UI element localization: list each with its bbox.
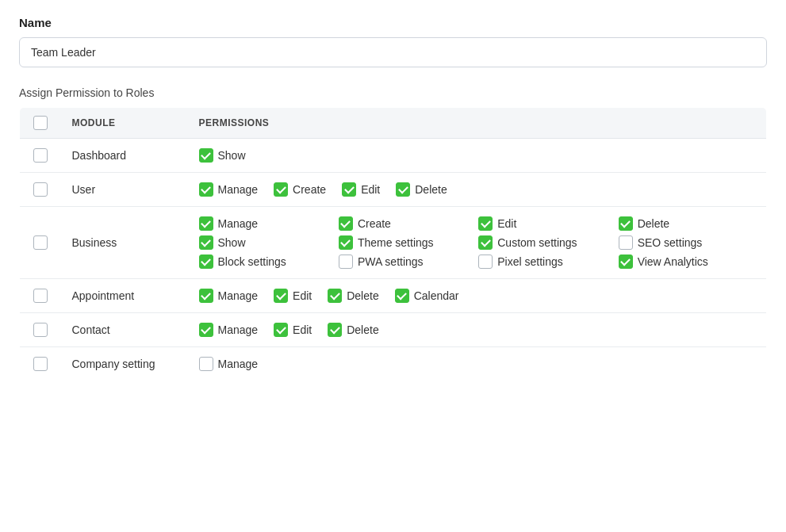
permissions-cell: ManageEditDelete <box>188 313 767 347</box>
module-name: Business <box>61 207 188 279</box>
permission-item: Calendar <box>395 289 459 303</box>
permission-label: Delete <box>347 323 378 336</box>
permission-item: Custom settings <box>478 235 615 250</box>
permissions-cell: ManageCreateEditDeleteShowTheme settings… <box>188 207 767 279</box>
module-name: User <box>61 173 188 207</box>
perm-checkbox-create[interactable] <box>274 182 288 197</box>
perm-checkbox-block-settings[interactable] <box>199 255 213 269</box>
row-checkbox-cell <box>20 313 61 347</box>
permission-label: Edit <box>293 289 312 302</box>
permissions-cell: ManageCreateEditDelete <box>188 173 767 207</box>
permission-item: Delete <box>328 289 378 303</box>
permission-label: Manage <box>218 323 259 336</box>
permission-label: Show <box>218 149 246 162</box>
perm-checkbox-manage[interactable] <box>199 289 213 303</box>
permission-label: Block settings <box>218 255 286 268</box>
permission-label: Create <box>293 183 326 196</box>
perm-checkbox-seo-settings[interactable] <box>619 235 633 250</box>
perm-checkbox-theme-settings[interactable] <box>339 235 353 250</box>
perm-checkbox-custom-settings[interactable] <box>478 235 493 250</box>
perm-checkbox-edit[interactable] <box>342 182 356 197</box>
row-checkbox-cell <box>20 279 61 313</box>
perm-checkbox-pwa-settings[interactable] <box>339 255 353 269</box>
permission-label: Edit <box>293 323 312 336</box>
permission-item: Create <box>339 216 475 231</box>
permission-label: Create <box>358 217 391 230</box>
perm-checkbox-delete[interactable] <box>619 216 633 231</box>
header-select-all <box>20 108 61 139</box>
perm-checkbox-manage[interactable] <box>199 357 213 371</box>
select-all-checkbox[interactable] <box>33 116 48 130</box>
section-label: Assign Permission to Roles <box>19 86 767 99</box>
permission-label: PWA settings <box>358 255 424 268</box>
permissions-cell: ManageEditDeleteCalendar <box>188 279 767 313</box>
checkbox-company-setting[interactable] <box>33 357 48 371</box>
col-module: MODULE <box>61 108 188 139</box>
module-name: Dashboard <box>61 139 188 173</box>
permission-item: Edit <box>274 289 312 303</box>
permission-item: Manage <box>199 289 259 303</box>
permission-label: SEO settings <box>638 236 703 249</box>
perm-checkbox-delete[interactable] <box>396 182 410 197</box>
name-label: Name <box>19 16 767 29</box>
permission-label: Theme settings <box>358 236 434 249</box>
permission-item: Delete <box>396 182 447 197</box>
permission-item: Edit <box>342 182 380 197</box>
perm-checkbox-delete[interactable] <box>328 323 342 337</box>
permission-label: Delete <box>415 183 447 196</box>
permission-item: View Analytics <box>619 255 755 269</box>
checkbox-contact[interactable] <box>33 323 48 337</box>
table-row: AppointmentManageEditDeleteCalendar <box>20 279 767 313</box>
checkbox-user[interactable] <box>33 182 48 197</box>
permission-label: Delete <box>638 217 669 230</box>
perm-checkbox-show[interactable] <box>199 235 213 250</box>
permissions-table: MODULE PERMISSIONS DashboardShowUserMana… <box>19 107 767 381</box>
row-checkbox-cell <box>20 173 61 207</box>
permission-item: Pixel settings <box>478 255 615 269</box>
table-row: UserManageCreateEditDelete <box>20 173 767 207</box>
checkbox-dashboard[interactable] <box>33 148 48 163</box>
perm-checkbox-manage[interactable] <box>199 323 213 337</box>
permission-item: Create <box>274 182 326 197</box>
perm-checkbox-manage[interactable] <box>199 182 213 197</box>
checkbox-business[interactable] <box>33 235 48 250</box>
perm-checkbox-manage[interactable] <box>199 216 213 231</box>
permission-item: Block settings <box>199 255 335 269</box>
row-checkbox-cell <box>20 139 61 173</box>
perm-checkbox-show[interactable] <box>199 148 213 163</box>
perm-checkbox-view-analytics[interactable] <box>619 255 633 269</box>
permission-label: Edit <box>361 183 380 196</box>
perm-checkbox-create[interactable] <box>339 216 353 231</box>
perm-checkbox-edit[interactable] <box>274 289 288 303</box>
permission-label: Manage <box>218 358 259 370</box>
permission-item: Theme settings <box>339 235 475 250</box>
permission-label: Pixel settings <box>497 255 562 268</box>
module-name: Company setting <box>61 347 188 381</box>
permission-label: Manage <box>218 217 259 230</box>
permission-item: Manage <box>199 182 259 197</box>
perm-checkbox-edit[interactable] <box>274 323 288 337</box>
permission-label: Manage <box>218 289 259 302</box>
permissions-cell: Manage <box>188 347 767 381</box>
row-checkbox-cell <box>20 347 61 381</box>
permission-item: Manage <box>199 323 259 337</box>
perm-checkbox-edit[interactable] <box>478 216 493 231</box>
permission-label: Calendar <box>414 289 459 302</box>
permission-label: View Analytics <box>638 255 708 268</box>
permission-item: Edit <box>274 323 312 337</box>
permission-item: Edit <box>478 216 615 231</box>
permission-item: Manage <box>199 216 335 231</box>
perm-checkbox-delete[interactable] <box>328 289 342 303</box>
table-row: BusinessManageCreateEditDeleteShowTheme … <box>20 207 767 279</box>
perm-checkbox-calendar[interactable] <box>395 289 409 303</box>
perm-checkbox-pixel-settings[interactable] <box>478 255 493 269</box>
permission-item: Show <box>199 235 335 250</box>
permission-item: Delete <box>619 216 755 231</box>
permission-item: SEO settings <box>619 235 755 250</box>
checkbox-appointment[interactable] <box>33 289 48 303</box>
row-checkbox-cell <box>20 207 61 279</box>
name-input[interactable] <box>19 37 767 67</box>
permission-item: Show <box>199 148 246 163</box>
module-name: Contact <box>61 313 188 347</box>
module-name: Appointment <box>61 279 188 313</box>
